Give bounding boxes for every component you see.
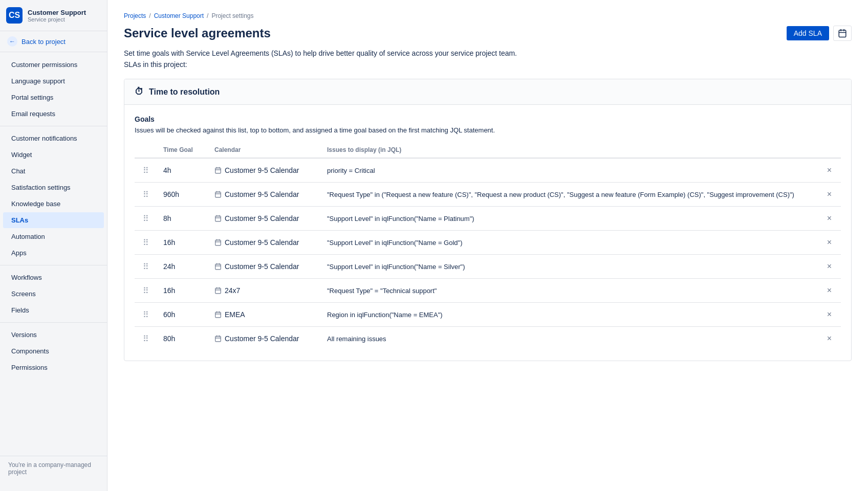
delete-row-button[interactable]: × (824, 309, 835, 320)
sidebar-item-apps[interactable]: Apps (3, 245, 104, 261)
add-sla-button[interactable]: Add SLA (787, 26, 829, 40)
breadcrumb-sep-1: / (149, 12, 150, 19)
table-row: ⠿ 60h EMEA Region in iqlFunction("Name =… (135, 303, 841, 327)
drag-handle-icon[interactable]: ⠿ (141, 334, 151, 343)
drag-handle-icon[interactable]: ⠿ (141, 166, 151, 175)
sla-card-header: ⏱ Time to resolution (124, 79, 851, 105)
goals-title: Goals (135, 115, 841, 123)
col-drag (135, 142, 157, 158)
calendar-name: EMEA (225, 310, 245, 319)
sidebar-logo: CS (6, 7, 23, 24)
sidebar-item-portal-settings[interactable]: Portal settings (3, 90, 104, 105)
drag-handle-icon[interactable]: ⠿ (141, 262, 151, 271)
table-row: ⠿ 80h Customer 9-5 Calendar All remainin… (135, 327, 841, 351)
jql-cell: Region in iqlFunction("Name = EMEA") (321, 303, 818, 327)
svg-rect-12 (215, 216, 221, 221)
sidebar-item-language-support[interactable]: Language support (3, 73, 104, 89)
delete-cell: × (818, 327, 841, 351)
time-goal-cell: 16h (157, 231, 208, 255)
delete-row-button[interactable]: × (824, 237, 835, 248)
sidebar-item-widget[interactable]: Widget (3, 147, 104, 163)
drag-handle-icon[interactable]: ⠿ (141, 286, 151, 295)
breadcrumb-customer-support[interactable]: Customer Support (154, 12, 204, 19)
sidebar-app-name: Customer Support (28, 9, 86, 16)
sidebar-item-screens[interactable]: Screens (3, 286, 104, 302)
jql-value: "Request Type" in ("Request a new featur… (327, 191, 794, 198)
calendar-name: Customer 9-5 Calendar (225, 166, 299, 174)
drag-handle-cell: ⠿ (135, 207, 157, 231)
calendar-name: 24x7 (225, 286, 240, 295)
col-delete (818, 142, 841, 158)
jql-cell: "Request Type" = "Technical support" (321, 279, 818, 303)
delete-cell: × (818, 207, 841, 231)
back-to-project-btn[interactable]: ← Back to project (0, 31, 107, 52)
jql-value: "Request Type" = "Technical support" (327, 287, 437, 295)
calendar-button[interactable] (833, 26, 852, 41)
calendar-cell: Customer 9-5 Calendar (208, 158, 321, 183)
calendar-row-icon (214, 215, 222, 222)
col-jql: Issues to display (in JQL) (321, 142, 818, 158)
sidebar-item-workflows[interactable]: Workflows (3, 270, 104, 285)
col-calendar: Calendar (208, 142, 321, 158)
nav-divider-3 (0, 322, 107, 323)
jql-value: Region in iqlFunction("Name = EMEA") (327, 311, 443, 319)
time-goal-value: 80h (163, 334, 175, 343)
sidebar-item-customer-permissions[interactable]: Customer permissions (3, 57, 104, 73)
sidebar-item-slas[interactable]: SLAs (3, 212, 104, 228)
sidebar-item-versions[interactable]: Versions (3, 327, 104, 343)
table-row: ⠿ 16h Customer 9-5 Calendar "Support Lev… (135, 231, 841, 255)
delete-row-button[interactable]: × (824, 165, 835, 176)
page-title: Service level agreements (124, 26, 271, 40)
page-sub: SLAs in this project: (124, 60, 852, 69)
time-goal-cell: 960h (157, 183, 208, 207)
drag-handle-cell: ⠿ (135, 231, 157, 255)
sidebar-item-chat[interactable]: Chat (3, 163, 104, 179)
drag-handle-icon[interactable]: ⠿ (141, 238, 151, 247)
jql-value: "Support Level" in iqlFunction("Name = G… (327, 239, 463, 247)
calendar-cell: Customer 9-5 Calendar (208, 231, 321, 255)
table-row: ⠿ 16h 24x7 "Request Type" = "Technical s… (135, 279, 841, 303)
breadcrumb-projects[interactable]: Projects (124, 12, 146, 19)
header-actions: Add SLA (787, 26, 852, 41)
drag-handle-icon[interactable]: ⠿ (141, 190, 151, 199)
calendar-row-icon (214, 239, 222, 246)
svg-rect-24 (215, 288, 221, 294)
table-row: ⠿ 960h Customer 9-5 Calendar "Request Ty… (135, 183, 841, 207)
time-goal-cell: 8h (157, 207, 208, 231)
calendar-name: Customer 9-5 Calendar (225, 190, 299, 198)
sidebar-item-email-requests[interactable]: Email requests (3, 106, 104, 122)
nav-divider-2 (0, 265, 107, 265)
delete-cell: × (818, 255, 841, 279)
sidebar-item-satisfaction-settings[interactable]: Satisfaction settings (3, 180, 104, 195)
jql-cell: "Support Level" in iqlFunction("Name = S… (321, 255, 818, 279)
svg-rect-8 (215, 192, 221, 197)
sidebar-item-components[interactable]: Components (3, 343, 104, 359)
back-to-project-label: Back to project (21, 38, 66, 46)
sidebar-nav: Customer permissions Language support Po… (0, 52, 107, 380)
sla-table: Time Goal Calendar Issues to display (in… (135, 142, 841, 350)
delete-row-button[interactable]: × (824, 189, 835, 200)
delete-row-button[interactable]: × (824, 333, 835, 344)
calendar-name: Customer 9-5 Calendar (225, 262, 299, 271)
delete-cell: × (818, 279, 841, 303)
drag-handle-icon[interactable]: ⠿ (141, 310, 151, 319)
delete-row-button[interactable]: × (824, 213, 835, 224)
drag-handle-icon[interactable]: ⠿ (141, 214, 151, 223)
drag-handle-cell: ⠿ (135, 255, 157, 279)
breadcrumb-project-settings: Project settings (211, 12, 253, 19)
sidebar-item-customer-notifications[interactable]: Customer notifications (3, 130, 104, 146)
sidebar-title-group: Customer Support Service project (28, 9, 86, 23)
page-header: Service level agreements Add SLA (124, 26, 852, 41)
time-goal-cell: 60h (157, 303, 208, 327)
calendar-row-icon (214, 287, 222, 294)
svg-rect-32 (215, 336, 221, 342)
sidebar-item-fields[interactable]: Fields (3, 302, 104, 318)
jql-value: priority = Critical (327, 167, 375, 174)
delete-row-button[interactable]: × (824, 285, 835, 296)
delete-row-button[interactable]: × (824, 261, 835, 272)
sidebar-item-knowledge-base[interactable]: Knowledge base (3, 196, 104, 212)
sidebar-item-automation[interactable]: Automation (3, 229, 104, 244)
calendar-icon (838, 29, 847, 38)
sidebar-item-permissions[interactable]: Permissions (3, 360, 104, 375)
calendar-row-icon (214, 167, 222, 174)
